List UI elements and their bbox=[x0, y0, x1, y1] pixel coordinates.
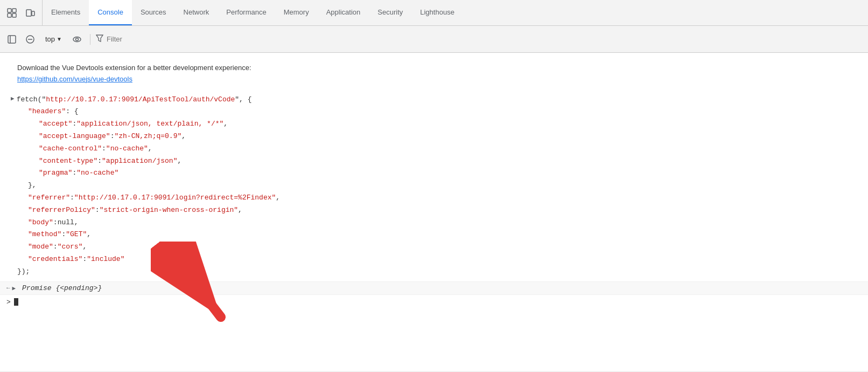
fetch-line-cache-control: "cache-control": "no-cache", bbox=[0, 143, 868, 155]
promise-output-line: ← ▶ Promise {<pending>} bbox=[0, 282, 868, 295]
output-left-arrow: ← bbox=[6, 285, 10, 291]
tab-lighthouse[interactable]: Lighthouse bbox=[411, 0, 463, 25]
svg-rect-3 bbox=[12, 13, 16, 17]
console-toolbar: top ▼ bbox=[0, 26, 868, 53]
annotation-arrow-svg bbox=[151, 242, 258, 349]
filter-area bbox=[96, 35, 864, 44]
filter-input[interactable] bbox=[107, 35, 864, 43]
clear-console-icon[interactable] bbox=[23, 32, 38, 47]
svg-rect-0 bbox=[8, 9, 11, 12]
fetch-line-content-type: "content-type": "application/json", bbox=[0, 155, 868, 168]
svg-rect-5 bbox=[32, 11, 34, 16]
fetch-line-mode: "mode": "cors", bbox=[0, 241, 868, 253]
console-output: Download the Vue Devtools extension for … bbox=[0, 53, 868, 371]
promise-expand-arrow[interactable]: ▶ bbox=[12, 285, 16, 292]
fetch-line-accept-lang: "accept-language": "zh-CN,zh;q=0.9", bbox=[0, 130, 868, 143]
svg-rect-4 bbox=[26, 10, 31, 16]
tab-bar: Elements Console Sources Network Perform… bbox=[0, 0, 868, 26]
chevron-down-icon: ▼ bbox=[57, 36, 62, 42]
inspect-icon[interactable] bbox=[4, 5, 19, 20]
devtools-icons bbox=[0, 0, 43, 25]
tab-elements[interactable]: Elements bbox=[43, 0, 89, 25]
console-input-line: > bbox=[0, 295, 868, 309]
tab-memory[interactable]: Memory bbox=[275, 0, 318, 25]
vue-devtools-link[interactable]: https://github.com/vuejs/vue-devtools bbox=[17, 75, 132, 83]
fetch-block: ▶ fetch("http://10.17.0.17:9091/ApiTestT… bbox=[0, 91, 868, 282]
svg-line-14 bbox=[167, 247, 221, 317]
svg-rect-2 bbox=[8, 13, 11, 17]
svg-rect-1 bbox=[12, 9, 16, 12]
fetch-line-accept: "accept": "application/json, text/plain,… bbox=[0, 118, 868, 130]
svg-marker-12 bbox=[96, 35, 103, 42]
fetch-line-pragma: "pragma": "no-cache" bbox=[0, 167, 868, 180]
fetch-line-0: ▶ fetch("http://10.17.0.17:9091/ApiTestT… bbox=[0, 94, 868, 106]
svg-point-11 bbox=[75, 38, 78, 40]
fetch-line-credentials: "credentials": "include" bbox=[0, 253, 868, 266]
vue-devtools-message: Download the Vue Devtools extension for … bbox=[0, 57, 868, 91]
fetch-line-body: "body": null, bbox=[0, 217, 868, 229]
fetch-line-referrer: "referrer": "http://10.17.0.17:9091/logi… bbox=[0, 192, 868, 204]
tab-console[interactable]: Console bbox=[89, 0, 132, 25]
tab-sources[interactable]: Sources bbox=[132, 0, 175, 25]
promise-text: Promise {<pending>} bbox=[18, 284, 102, 292]
eye-icon[interactable] bbox=[69, 32, 85, 47]
fetch-line-referrer-policy: "referrerPolicy": "strict-origin-when-cr… bbox=[0, 204, 868, 217]
fetch-line-method: "method": "GET", bbox=[0, 229, 868, 241]
text-cursor bbox=[14, 298, 18, 306]
svg-rect-6 bbox=[8, 36, 16, 43]
sidebar-toggle-icon[interactable] bbox=[4, 32, 19, 47]
tab-network[interactable]: Network bbox=[175, 0, 218, 25]
toolbar-divider bbox=[90, 34, 90, 45]
tab-performance[interactable]: Performance bbox=[218, 0, 275, 25]
expand-arrow[interactable]: ▶ bbox=[11, 94, 15, 104]
fetch-line-close: }); bbox=[0, 266, 868, 278]
input-prompt: > bbox=[6, 298, 11, 306]
tab-application[interactable]: Application bbox=[318, 0, 369, 25]
filter-icon bbox=[96, 35, 103, 44]
fetch-line-headers: "headers": { bbox=[0, 106, 868, 118]
context-selector[interactable]: top ▼ bbox=[41, 33, 66, 45]
fetch-line-headers-close: }, bbox=[0, 180, 868, 192]
tab-security[interactable]: Security bbox=[369, 0, 411, 25]
device-toggle-icon[interactable] bbox=[23, 5, 38, 20]
